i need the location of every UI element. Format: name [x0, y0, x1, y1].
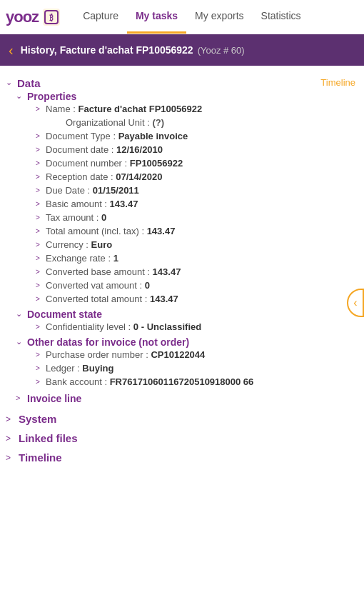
- timeline-link[interactable]: Timeline: [320, 77, 355, 88]
- document-state-list: > Confidentiality level : 0 - Unclassifi…: [36, 321, 355, 332]
- prop-converted-total[interactable]: > Converted total amount : 143.47: [36, 294, 355, 304]
- prop-chevron-icon: >: [36, 200, 46, 208]
- properties-chevron-icon: ⌄: [16, 91, 27, 101]
- nav-statistics[interactable]: Statistics: [253, 0, 310, 34]
- prop-converted-total-text: Converted total amount : 143.47: [46, 294, 178, 304]
- document-state-label: Document state: [27, 309, 102, 320]
- header-bar: ‹ History, Facture d'achat FP10056922 (Y…: [0, 34, 364, 66]
- prop-total-amount[interactable]: > Total amount (incl. tax) : 143.47: [36, 226, 355, 236]
- prop-reception-date-text: Reception date : 07/14/2020: [46, 171, 162, 182]
- prop-chevron-icon: >: [36, 159, 46, 167]
- prop-purchase-order[interactable]: > Purchase order number : CP10122044: [36, 349, 355, 360]
- invoice-line-row[interactable]: > Invoice line: [16, 393, 355, 404]
- header-title: History, Facture d'achat FP10056922: [21, 44, 193, 56]
- prop-doc-type-text: Document Type : Payable invoice: [46, 131, 188, 141]
- nav-my-tasks[interactable]: My tasks: [127, 0, 186, 34]
- prop-basic-amount-text: Basic amount : 143.47: [46, 199, 138, 209]
- prop-doc-date-text: Document date : 12/16/2010: [46, 144, 163, 155]
- prop-chevron-icon: >: [36, 323, 46, 331]
- prop-total-amount-text: Total amount (incl. tax) : 143.47: [46, 226, 175, 236]
- properties-list: > Name : Facture d'achat FP10056922 Orga…: [36, 104, 355, 304]
- prop-chevron-icon: >: [36, 227, 46, 235]
- prop-converted-vat[interactable]: > Converted vat amount : 0: [36, 280, 355, 291]
- linked-files-section[interactable]: > Linked files: [6, 431, 355, 446]
- prop-basic-amount[interactable]: > Basic amount : 143.47: [36, 199, 355, 209]
- prop-currency-text: Currency : Euro: [46, 239, 112, 250]
- prop-doc-type[interactable]: > Document Type : Payable invoice: [36, 131, 355, 141]
- nav-my-exports[interactable]: My exports: [186, 0, 252, 34]
- prop-reception-date[interactable]: > Reception date : 07/14/2020: [36, 171, 355, 182]
- timeline-chevron-icon: >: [6, 453, 19, 463]
- prop-tax-amount[interactable]: > Tax amount : 0: [36, 212, 355, 223]
- prop-chevron-icon: >: [36, 173, 46, 181]
- prop-confidentiality[interactable]: > Confidentiality level : 0 - Unclassifi…: [36, 321, 355, 332]
- content-area: Timeline ⌄ Data ⌄ Properties > Name : Fa…: [0, 66, 364, 481]
- prop-chevron-icon: >: [36, 295, 46, 303]
- prop-ledger[interactable]: > Ledger : Buying: [36, 363, 355, 374]
- timeline-label: Timeline: [19, 451, 62, 464]
- prop-chevron-icon: >: [36, 254, 46, 262]
- prop-chevron-icon: >: [36, 146, 46, 154]
- prop-exchange-rate[interactable]: > Exchange rate : 1: [36, 253, 355, 264]
- prop-chevron-icon: >: [36, 351, 46, 359]
- logo-text: yooz: [6, 8, 39, 26]
- prop-chevron-icon: >: [36, 214, 46, 221]
- data-chevron-icon: ⌄: [6, 78, 17, 87]
- header-sub: (Yooz # 60): [198, 45, 245, 56]
- timeline-section[interactable]: > Timeline: [6, 450, 355, 465]
- prop-chevron-icon: >: [36, 364, 46, 372]
- prop-doc-number[interactable]: > Document number : FP10056922: [36, 158, 355, 169]
- prop-due-date-text: Due Date : 01/15/2011: [46, 185, 139, 196]
- prop-due-date[interactable]: > Due Date : 01/15/2011: [36, 185, 355, 196]
- svg-text:₿: ₿: [49, 14, 54, 22]
- prop-exchange-rate-text: Exchange rate : 1: [46, 253, 118, 264]
- properties-label: Properties: [27, 91, 76, 102]
- logo: yooz ₿: [6, 7, 61, 27]
- invoice-line-chevron-icon: >: [16, 394, 27, 402]
- prop-purchase-order-text: Purchase order number : CP10122044: [46, 349, 205, 360]
- other-datas-list: > Purchase order number : CP10122044 > L…: [36, 349, 355, 387]
- prop-doc-date[interactable]: > Document date : 12/16/2010: [36, 144, 355, 155]
- system-section[interactable]: > System: [6, 411, 355, 426]
- document-state-header[interactable]: ⌄ Document state: [16, 309, 355, 320]
- prop-chevron-icon: >: [36, 186, 46, 194]
- properties-subsection: ⌄ Properties > Name : Facture d'achat FP…: [16, 91, 355, 304]
- system-label: System: [19, 413, 56, 425]
- properties-header[interactable]: ⌄ Properties: [16, 91, 355, 102]
- linked-files-label: Linked files: [19, 432, 78, 444]
- prop-chevron-icon: >: [36, 241, 46, 249]
- nav-capture[interactable]: Capture: [74, 0, 127, 34]
- other-datas-subsection: ⌄ Other datas for invoice (not order) > …: [16, 336, 355, 387]
- prop-name-text: Name : Facture d'achat FP10056922: [46, 104, 202, 114]
- prop-chevron-icon: >: [36, 105, 46, 113]
- back-button[interactable]: ‹: [9, 42, 14, 59]
- prop-bank-account-text: Bank account : FR76171060116720510918000…: [46, 376, 253, 387]
- data-section-label: Data: [17, 77, 41, 89]
- other-datas-chevron-icon: ⌄: [16, 337, 27, 346]
- data-section-header[interactable]: ⌄ Data: [6, 77, 355, 89]
- prop-ledger-text: Ledger : Buying: [46, 363, 113, 374]
- linked-files-chevron-icon: >: [6, 434, 19, 444]
- prop-currency[interactable]: > Currency : Euro: [36, 239, 355, 250]
- system-chevron-icon: >: [6, 414, 19, 424]
- prop-converted-base-text: Converted base amount : 143.47: [46, 266, 181, 277]
- prop-name[interactable]: > Name : Facture d'achat FP10056922: [36, 104, 355, 114]
- other-datas-label: Other datas for invoice (not order): [27, 336, 189, 348]
- prop-bank-account[interactable]: > Bank account : FR761710601167205109180…: [36, 376, 355, 387]
- prop-org-unit: Organizational Unit : (?): [56, 117, 355, 128]
- other-datas-header[interactable]: ⌄ Other datas for invoice (not order): [16, 336, 355, 348]
- document-state-chevron-icon: ⌄: [16, 309, 27, 319]
- top-navigation: yooz ₿ Capture My tasks My exports Stati…: [0, 0, 364, 34]
- top-sections: > System > Linked files > Timeline: [6, 411, 355, 465]
- prop-chevron-icon: >: [36, 281, 46, 289]
- nav-items: Capture My tasks My exports Statistics: [74, 0, 309, 34]
- side-panel-icon: ‹: [353, 296, 357, 309]
- prop-doc-number-text: Document number : FP10056922: [46, 158, 183, 169]
- prop-chevron-icon: >: [36, 268, 46, 276]
- prop-converted-base[interactable]: > Converted base amount : 143.47: [36, 266, 355, 277]
- document-state-subsection: ⌄ Document state > Confidentiality level…: [16, 309, 355, 332]
- logo-icon: ₿: [41, 7, 61, 27]
- prop-chevron-icon: >: [36, 378, 46, 386]
- prop-converted-vat-text: Converted vat amount : 0: [46, 280, 150, 291]
- prop-confidentiality-text: Confidentiality level : 0 - Unclassified: [46, 321, 201, 332]
